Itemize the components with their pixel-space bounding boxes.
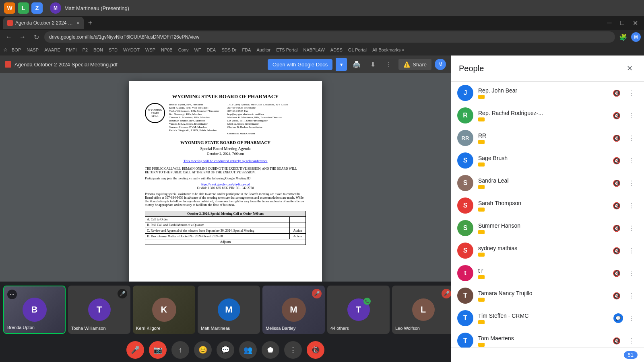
open-with-docs-button[interactable]: Open with Google Docs <box>268 59 332 70</box>
back-button[interactable]: ← <box>3 31 14 43</box>
more-button[interactable]: ⋮ <box>284 341 302 359</box>
bookmark-auditor[interactable]: Auditor <box>255 47 272 53</box>
share-button[interactable]: ⚠️ Share <box>398 59 431 70</box>
doc-staff-list: Brenda Upton, RPh, President Kerri Kilgo… <box>169 103 219 132</box>
bookmark-nasp[interactable]: NASP <box>25 47 40 53</box>
extensions-button[interactable]: 🧩 <box>617 31 629 43</box>
refresh-button[interactable]: ↻ <box>31 31 42 43</box>
participant-tile-matt[interactable]: M Matt Martineau <box>198 286 260 334</box>
bookmark-np0b[interactable]: NP0B <box>159 47 174 53</box>
person-item-rachel[interactable]: R Rep. Rachel Rodriguez-... 🔇 ⋮ <box>451 104 644 127</box>
participant-tile-leo[interactable]: L 🎤 Leo Wolfson <box>392 286 451 334</box>
rr-more-button[interactable]: ⋮ <box>625 132 638 144</box>
person-item-tim[interactable]: T Tim Steffen - CRMC 💬 ⋮ <box>451 307 644 329</box>
chat-button[interactable]: 💬 <box>217 341 234 359</box>
person-item-rr[interactable]: RR RR 🔇 ⋮ <box>451 127 644 149</box>
bookmark-fda[interactable]: FDA <box>240 47 252 53</box>
brenda-more-button[interactable]: ⋯ <box>7 290 17 299</box>
doc-para2: Participants may join the meeting virtua… <box>145 177 306 180</box>
tamara-more-button[interactable]: ⋮ <box>625 289 638 302</box>
profile-button[interactable]: M <box>631 32 641 42</box>
app-icon-orange[interactable]: W <box>4 2 15 14</box>
print-button[interactable]: 🖨️ <box>350 58 363 71</box>
person-item-sandra[interactable]: S Sandra Leal 🔇 ⋮ <box>451 172 644 194</box>
more-options-button[interactable]: ⋮ <box>382 58 395 71</box>
bookmark-gl[interactable]: GL Portal <box>347 47 368 53</box>
person-item-john-bear[interactable]: J Rep. John Bear 🔇 ⋮ <box>451 82 644 104</box>
minimize-button[interactable]: ─ <box>604 17 615 29</box>
participant-tile-brenda[interactable]: B ⋯ Brenda Upton <box>3 286 66 334</box>
bookmark-wf[interactable]: WF <box>192 47 202 53</box>
summer-mute-button[interactable]: 🔇 <box>610 222 623 234</box>
bookmark-sds[interactable]: SDS Dr <box>220 47 238 53</box>
person-item-tamara[interactable]: T Tamara Nancy Trujillo 🔇 ⋮ <box>451 284 644 307</box>
end-call-button[interactable]: 📵 <box>307 341 324 359</box>
new-tab-button[interactable]: + <box>85 18 95 28</box>
sandra-more-button[interactable]: ⋮ <box>625 177 638 189</box>
person-item-sage[interactable]: S Sage Brush 🔇 ⋮ <box>451 149 644 172</box>
present-button[interactable]: ↑ <box>171 341 189 359</box>
brenda-name: Brenda Upton <box>7 325 35 330</box>
bookmark-p2[interactable]: P2 <box>81 47 89 53</box>
sarah-more-button[interactable]: ⋮ <box>625 199 638 212</box>
tab-close-button[interactable]: ✕ <box>76 21 80 26</box>
mic-button[interactable]: 🎤 <box>126 341 144 359</box>
bookmark-all[interactable]: All Bookmarks » <box>371 47 406 53</box>
window-close-button[interactable]: ✕ <box>630 17 641 29</box>
tom-more-button[interactable]: ⋮ <box>625 334 638 347</box>
download-button[interactable]: ⬇ <box>366 58 379 71</box>
cam-button[interactable]: 📷 <box>149 341 167 359</box>
app-icon-green[interactable]: L <box>18 2 29 14</box>
participant-tile-melissa[interactable]: M 🎤 Melissa Bartley <box>262 286 325 334</box>
person-item-sydney[interactable]: S sydney mathias 🔇 ⋮ <box>451 239 644 262</box>
participant-tile-tosha[interactable]: T 🎤 Tosha Williamson <box>68 286 130 334</box>
participant-tile-kerri[interactable]: K Kerri Kilgore <box>133 286 195 334</box>
bookmark-dea[interactable]: DEA <box>205 47 218 53</box>
person-item-summer[interactable]: S Summer Hanson 🔇 ⋮ <box>451 217 644 239</box>
sage-mute-button[interactable]: 🔇 <box>610 154 623 167</box>
bookmark-pmpi[interactable]: PMPI <box>64 47 78 53</box>
person-item-tr[interactable]: t t r 🔇 ⋮ <box>451 262 644 284</box>
bookmark-nabplaw[interactable]: NABPLAW <box>301 47 326 53</box>
bookmark-std[interactable]: STD <box>107 47 119 53</box>
user-avatar[interactable]: M <box>435 59 446 70</box>
rachel-mute-button[interactable]: 🔇 <box>610 109 623 122</box>
forward-button[interactable]: → <box>17 31 28 43</box>
maximize-button[interactable]: □ <box>617 17 628 29</box>
bookmark-aware[interactable]: AWARE <box>43 47 62 53</box>
reactions-button[interactable]: 😊 <box>194 341 212 359</box>
bookmark-ets[interactable]: ETS Portal <box>275 47 299 53</box>
sydney-mute-button[interactable]: 🔇 <box>610 244 623 257</box>
bookmark-adss[interactable]: ADSS <box>329 47 344 53</box>
participant-tile-others[interactable]: T 📞 44 others <box>327 286 390 334</box>
browser-tab-active[interactable]: Agenda October 2 2024 Speci... ✕ <box>3 17 84 29</box>
tom-mute-button[interactable]: 🔇 <box>610 334 623 347</box>
sandra-mute-button[interactable]: 🔇 <box>610 177 623 189</box>
tr-mute-button[interactable]: 🔇 <box>610 267 623 280</box>
app-icon-blue[interactable]: Z <box>31 2 43 14</box>
activities-button[interactable]: ⬟ <box>262 341 279 359</box>
meeting-link[interactable]: https://meet.google.com/pfa-hbzy-cpd <box>201 183 250 186</box>
sage-more-button[interactable]: ⋮ <box>625 154 638 167</box>
bookmark-wydot[interactable]: WYDOT <box>122 47 141 53</box>
summer-more-button[interactable]: ⋮ <box>625 222 638 234</box>
rr-mute-button[interactable]: 🔇 <box>610 132 623 144</box>
rachel-more-button[interactable]: ⋮ <box>625 109 638 122</box>
sydney-more-button[interactable]: ⋮ <box>625 244 638 257</box>
tim-more-button[interactable]: ⋮ <box>625 312 638 325</box>
address-input[interactable] <box>44 31 615 43</box>
tr-more-button[interactable]: ⋮ <box>625 267 638 280</box>
bookmark-wsp[interactable]: WSP <box>144 47 157 53</box>
bookmark-bon[interactable]: BON <box>92 47 105 53</box>
bookmark-conv[interactable]: Conv <box>177 47 190 53</box>
people-button[interactable]: 👥 <box>239 341 257 359</box>
tamara-mute-button[interactable]: 🔇 <box>610 289 623 302</box>
panel-close-button[interactable]: ✕ <box>623 62 636 75</box>
person-item-sarah[interactable]: S Sarah Thompson 🔇 ⋮ <box>451 194 644 217</box>
open-btn-dropdown[interactable]: ▾ <box>336 58 347 71</box>
sarah-mute-button[interactable]: 🔇 <box>610 199 623 212</box>
person-item-tom[interactable]: T Tom Maertens 🔇 ⋮ <box>451 329 644 348</box>
john-bear-mute-button[interactable]: 🔇 <box>610 86 623 99</box>
bookmark-bop[interactable]: BOP <box>10 47 23 53</box>
john-bear-more-button[interactable]: ⋮ <box>625 86 638 99</box>
